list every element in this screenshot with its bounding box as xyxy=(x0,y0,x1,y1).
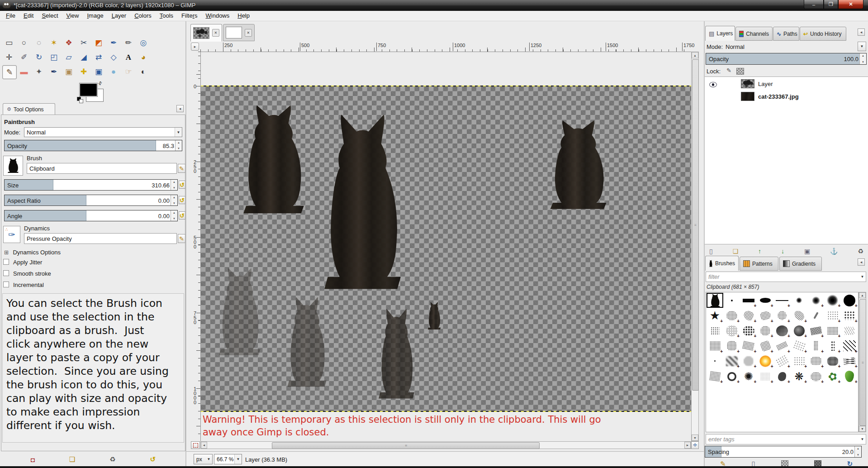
brush-chalk-f[interactable]: + xyxy=(757,323,774,338)
brush-tex-g[interactable]: + xyxy=(807,369,824,384)
menu-select[interactable]: Select xyxy=(38,11,62,21)
brush-cat[interactable] xyxy=(707,293,723,308)
brush-smear[interactable]: + xyxy=(774,339,791,353)
tool-ink[interactable]: ✒ xyxy=(47,65,61,78)
brush-dot[interactable] xyxy=(723,293,740,308)
unit-select[interactable]: px ▼ xyxy=(194,454,213,464)
brush-confetti[interactable]: + xyxy=(841,308,858,323)
tool-cage-transform[interactable]: ◇ xyxy=(107,51,120,64)
tool-heal[interactable]: ✚ xyxy=(77,65,90,78)
delete-preset-button[interactable]: ♻ xyxy=(109,455,115,463)
angle-spinner[interactable]: ▲▼ xyxy=(171,210,177,221)
menu-tools[interactable]: Tools xyxy=(156,11,177,21)
brush-chalk-d[interactable]: + xyxy=(774,308,791,323)
dynamics-preview-button[interactable]: ✑ ∴ xyxy=(3,226,20,243)
tab-gradients[interactable]: Gradients xyxy=(779,257,822,271)
vertical-scrollbar[interactable]: ▲ ▼ ≡ xyxy=(691,52,699,441)
save-preset-button[interactable]: ◘ xyxy=(31,456,35,463)
tool-rotate[interactable]: ↻ xyxy=(32,51,46,64)
brush-sparse-c[interactable]: + xyxy=(774,353,791,368)
menu-view[interactable]: View xyxy=(62,11,83,21)
brush-soft-m[interactable]: + xyxy=(807,293,824,308)
tool-rectangle-select[interactable]: ▭ xyxy=(2,36,16,49)
menu-layer[interactable]: Layer xyxy=(108,11,131,21)
menu-filters[interactable]: Filters xyxy=(177,11,201,21)
aspect-spinner[interactable]: ▲▼ xyxy=(171,195,177,205)
incremental-checkbox[interactable]: Incremental xyxy=(3,282,44,288)
spacing-slider[interactable]: Spacing 20.0 ▲▼ xyxy=(705,446,862,458)
tool-measure[interactable]: ✐ xyxy=(17,51,31,64)
brush-tex-f[interactable]: + xyxy=(707,369,723,384)
brush-twigs[interactable] xyxy=(841,323,858,338)
quick-mask-toggle[interactable] xyxy=(191,441,200,449)
tab-paths[interactable]: ∿ Paths xyxy=(773,27,799,41)
brush-vstroke[interactable]: + xyxy=(807,339,824,353)
brush-tags-input[interactable]: enter tags ▼ xyxy=(706,434,866,444)
brush-filter-input[interactable]: filter ▼ xyxy=(706,272,866,282)
restore-button[interactable]: ❐ xyxy=(824,0,838,9)
brush-pebbles[interactable]: + xyxy=(740,323,757,338)
brush-star[interactable]: ★+ xyxy=(707,308,723,323)
brush-sparse-a[interactable]: + xyxy=(824,308,841,323)
brush-stripes[interactable]: + xyxy=(723,353,740,368)
brush-dot-s[interactable] xyxy=(707,353,723,368)
tool-flip[interactable]: ⇄ xyxy=(92,51,105,64)
duplicate-layer-button[interactable]: ▣ xyxy=(804,248,810,255)
tool-move[interactable]: ✛ xyxy=(2,51,16,64)
brush-soft-s[interactable] xyxy=(791,293,807,308)
brush-splat[interactable]: ✺+ xyxy=(740,369,757,384)
brush-tex-a[interactable]: + xyxy=(707,339,723,353)
tool-perspective-clone[interactable]: ▣ xyxy=(92,65,105,78)
aspect-ratio-slider[interactable]: Aspect Ratio 0.00 ▲▼ xyxy=(4,195,178,206)
tool-perspective[interactable]: ◢ xyxy=(77,51,90,64)
tool-paths[interactable]: ✒ xyxy=(107,36,120,49)
brush-vine[interactable]: ✿+ xyxy=(824,369,841,384)
new-group-button[interactable]: ❏ xyxy=(733,248,739,255)
brush-glow[interactable]: + xyxy=(757,353,774,368)
layer-name[interactable]: Layer xyxy=(758,81,773,87)
tool-paintbrush[interactable]: ✎ xyxy=(2,65,17,79)
layer-row-active[interactable]: Layer xyxy=(705,78,868,90)
brush-blob[interactable]: + xyxy=(774,369,791,384)
navigation-button[interactable]: ✛ xyxy=(691,441,699,449)
brush-sparse-b[interactable]: + xyxy=(791,339,807,353)
layer-name[interactable]: cat-233367.jpg xyxy=(758,93,799,100)
brush-dense[interactable]: + xyxy=(824,353,841,368)
menu-file[interactable]: File xyxy=(2,11,19,21)
raise-layer-button[interactable]: ↑ xyxy=(758,248,761,255)
horizontal-scrollbar[interactable]: ◄ ► ≡ xyxy=(200,441,691,449)
angle-slider[interactable]: Angle 0.00 ▲▼ xyxy=(4,210,178,221)
tool-free-select[interactable]: ◌ xyxy=(32,36,46,49)
horizontal-ruler[interactable]: 2505007501000125015001750 xyxy=(200,42,691,52)
brush-chalk-b[interactable]: + xyxy=(740,308,757,323)
vertical-ruler[interactable]: 02505007501000 xyxy=(191,52,201,441)
tool-text[interactable]: A xyxy=(122,51,135,64)
tool-options-menu-button[interactable]: ◂ xyxy=(176,105,184,112)
apply-jitter-checkbox[interactable]: Apply Jitter xyxy=(3,259,42,266)
spacing-spinner[interactable]: ▲▼ xyxy=(854,446,861,457)
image-tab-blank[interactable]: ✕ xyxy=(223,24,255,41)
tool-color-picker[interactable]: ✏ xyxy=(122,36,135,49)
swap-colors-icon[interactable]: ⇄ xyxy=(97,80,103,86)
layer-row-background[interactable]: cat-233367.jpg xyxy=(705,91,868,103)
default-colors-icon-bg[interactable] xyxy=(79,99,83,103)
tool-clone[interactable]: ▣ xyxy=(62,65,76,78)
brush-line[interactable]: + xyxy=(774,293,791,308)
edit-brush-button[interactable]: ✎ xyxy=(178,164,185,173)
edit-dynamics-button[interactable]: ✎ xyxy=(178,234,185,243)
close-tab-icon[interactable]: ✕ xyxy=(245,29,252,37)
layer-opacity-spinner[interactable]: ▲▼ xyxy=(859,53,866,64)
brush-pile[interactable]: + xyxy=(841,353,858,368)
layer-mode-dropdown[interactable]: ▼ xyxy=(858,42,866,51)
close-tab-icon[interactable]: ✕ xyxy=(212,29,219,37)
tab-patterns[interactable]: Patterns xyxy=(740,257,778,271)
close-button[interactable]: ✕ xyxy=(838,0,863,9)
brush-slash[interactable] xyxy=(807,308,824,323)
tool-scissors-select[interactable]: ✂ xyxy=(77,36,90,49)
tool-airbrush[interactable]: ✦ xyxy=(32,65,46,78)
brush-chunk[interactable]: + xyxy=(807,323,824,338)
brushes-dock-menu-button[interactable]: ◂ xyxy=(858,258,865,266)
brush-fuzz[interactable]: + xyxy=(740,353,757,368)
brush-texgrad[interactable]: + xyxy=(774,323,791,338)
layer-opacity-slider[interactable]: Opacity 100.0 ▲▼ xyxy=(706,53,867,65)
